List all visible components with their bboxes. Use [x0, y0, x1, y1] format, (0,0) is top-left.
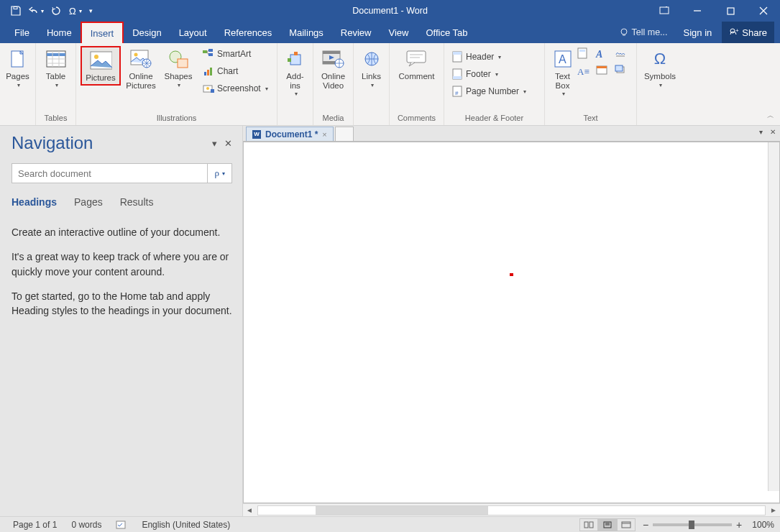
horizontal-scrollbar[interactable]: ◄ ►	[243, 503, 780, 516]
doc-tab-options[interactable]: ▾	[759, 128, 763, 136]
nav-tab-pages[interactable]: Pages	[74, 196, 103, 208]
addins-button[interactable]: Add- ins ▾	[282, 46, 308, 99]
textbox-button[interactable]: A Text Box ▾	[549, 46, 576, 99]
svg-rect-24	[203, 50, 207, 53]
view-buttons	[579, 518, 636, 531]
qat-customize[interactable]: ▾	[86, 2, 96, 19]
nav-search-input[interactable]	[12, 168, 207, 179]
redo-button[interactable]	[47, 2, 65, 19]
symbols-button[interactable]: Ω Symbols ▾	[643, 46, 677, 90]
pages-button[interactable]: Pages ▾	[4, 46, 31, 90]
header-button[interactable]: Header▾	[449, 49, 529, 65]
document-tab-label: Document1 *	[265, 129, 318, 139]
status-page[interactable]: Page 1 of 1	[6, 520, 64, 530]
group-media-label: Media	[313, 112, 353, 125]
minimize-button[interactable]	[681, 0, 714, 22]
symbols-icon: Ω	[648, 47, 671, 70]
tab-home[interactable]: Home	[38, 22, 81, 43]
document-tab[interactable]: W Document1 * ×	[246, 127, 334, 141]
nav-tab-results[interactable]: Results	[120, 196, 154, 208]
header-icon	[451, 51, 463, 63]
group-headerfooter-label: Header & Footer	[444, 112, 544, 125]
undo-button[interactable]: ▾	[27, 2, 45, 19]
tab-insert[interactable]: Insert	[81, 22, 124, 43]
share-button[interactable]: + Share	[722, 22, 774, 43]
tab-officetab[interactable]: Office Tab	[417, 22, 476, 43]
nav-search[interactable]: ρ ▾	[12, 163, 232, 183]
svg-text:#: #	[455, 90, 459, 96]
group-tables-label: Tables	[36, 112, 75, 125]
nav-options-button[interactable]: ▾	[212, 138, 217, 149]
group-illustrations-label: Illustrations	[76, 112, 277, 125]
signin-button[interactable]: Sign in	[676, 27, 720, 38]
nav-search-submit[interactable]: ρ ▾	[207, 164, 231, 183]
symbol-dropdown[interactable]: Ω▾	[68, 2, 83, 19]
page-number-button[interactable]: # Page Number▾	[449, 83, 529, 99]
maximize-button[interactable]	[714, 0, 747, 22]
new-doc-tab[interactable]	[335, 127, 354, 141]
object-button[interactable]	[615, 65, 632, 81]
online-pictures-button[interactable]: Online Pictures	[122, 46, 160, 91]
statusbar: Page 1 of 1 0 words English (United Stat…	[0, 516, 780, 532]
tab-view[interactable]: View	[380, 22, 417, 43]
tab-design[interactable]: Design	[124, 22, 170, 43]
ribbon-options-button[interactable]	[648, 0, 681, 22]
vertical-scrollbar[interactable]	[768, 142, 779, 491]
document-viewport[interactable]	[243, 142, 780, 503]
svg-rect-58	[597, 66, 607, 68]
view-read-button[interactable]	[579, 518, 598, 531]
close-doc-tab[interactable]: ×	[322, 130, 326, 139]
scroll-left-button[interactable]: ◄	[243, 506, 256, 514]
video-icon	[322, 47, 345, 70]
wordart-button[interactable]: A	[596, 47, 613, 63]
svg-text:+: +	[735, 27, 739, 34]
svg-rect-47	[453, 52, 462, 55]
save-button[interactable]	[7, 2, 24, 19]
tab-references[interactable]: References	[216, 22, 280, 43]
online-pictures-icon	[129, 47, 152, 70]
chart-button[interactable]: Chart	[200, 63, 271, 79]
datetime-button[interactable]	[596, 65, 613, 81]
quickparts-button[interactable]	[577, 47, 595, 63]
zoom-out-button[interactable]: −	[643, 519, 648, 531]
scroll-right-button[interactable]: ►	[767, 506, 780, 514]
zoom-in-button[interactable]: +	[736, 519, 742, 531]
close-button[interactable]	[747, 0, 780, 22]
signature-button[interactable]	[615, 47, 632, 63]
zoom-value[interactable]: 100%	[752, 520, 774, 530]
svg-rect-43	[407, 51, 426, 63]
svg-rect-30	[207, 70, 209, 75]
tell-me-search[interactable]: Tell me...	[613, 27, 674, 37]
smartart-button[interactable]: SmartArt	[200, 46, 271, 62]
nav-close-button[interactable]: ✕	[224, 138, 232, 149]
tab-mailings[interactable]: Mailings	[280, 22, 332, 43]
svg-text:A: A	[559, 53, 566, 65]
dropcap-button[interactable]: A≡	[577, 65, 595, 81]
view-print-button[interactable]	[598, 518, 617, 531]
tab-review[interactable]: Review	[332, 22, 380, 43]
nav-title: Navigation	[12, 133, 93, 153]
scroll-thumb[interactable]	[316, 506, 488, 515]
collapse-ribbon-button[interactable]: ︿	[767, 111, 774, 121]
nav-tab-headings[interactable]: Headings	[12, 196, 57, 208]
footer-button[interactable]: Footer▾	[449, 66, 529, 82]
svg-rect-31	[210, 68, 212, 75]
view-web-button[interactable]	[617, 518, 636, 531]
status-language[interactable]: English (United States)	[134, 520, 237, 530]
pictures-button[interactable]: Pictures	[81, 46, 121, 86]
tab-file[interactable]: File	[6, 22, 38, 43]
status-words[interactable]: 0 words	[64, 520, 109, 530]
group-comments-label: Comments	[390, 112, 444, 125]
shapes-button[interactable]: Shapes ▾	[161, 46, 196, 90]
doc-tab-close-all[interactable]: ✕	[770, 128, 776, 136]
svg-rect-55	[579, 50, 585, 52]
table-button[interactable]: Table ▾	[40, 46, 71, 90]
links-button[interactable]: Links ▾	[358, 46, 385, 90]
ribbon-tab-row: File Home Insert Design Layout Reference…	[0, 22, 780, 43]
comment-button[interactable]: Comment	[394, 46, 439, 83]
tab-layout[interactable]: Layout	[170, 22, 216, 43]
screenshot-button[interactable]: Screenshot ▾	[200, 81, 271, 96]
zoom-slider[interactable]	[653, 523, 732, 526]
status-spellcheck[interactable]	[109, 520, 134, 530]
online-video-button[interactable]: Online Video	[318, 46, 349, 91]
